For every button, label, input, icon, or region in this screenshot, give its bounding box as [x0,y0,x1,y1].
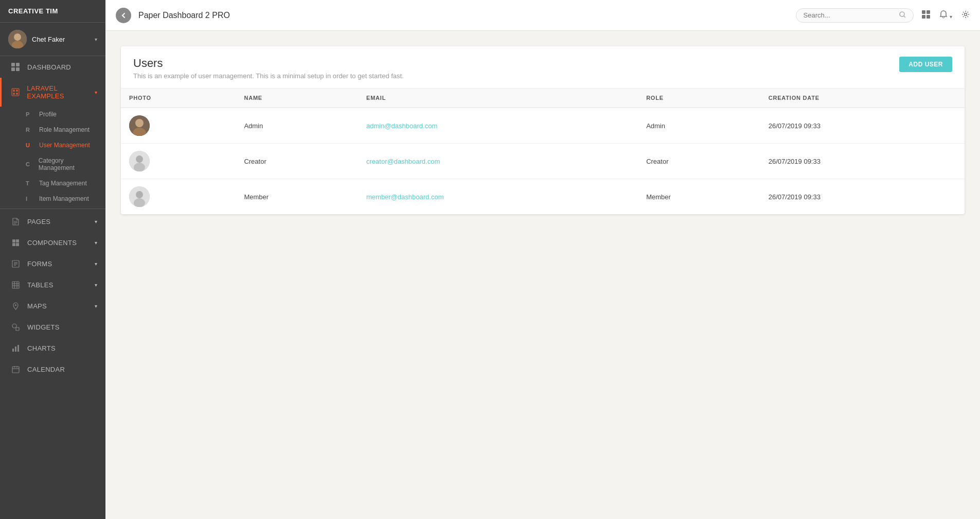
sidebar-subitem-item-management[interactable]: I Item Management [0,191,105,206]
col-name: NAME [236,89,358,108]
forms-icon [10,260,21,268]
page-title: Paper Dashboard 2 PRO [138,11,796,20]
users-table: PHOTO NAME EMAIL ROLE CREATION DATE Admi… [121,88,965,214]
add-user-button[interactable]: ADD USER [899,57,952,72]
pages-label: PAGES [27,218,50,226]
sidebar-subitem-profile[interactable]: P Profile [0,107,105,122]
pages-icon [10,218,21,226]
user-avatar [129,186,150,207]
components-caret-icon: ▾ [95,240,97,246]
svg-rect-5 [11,67,15,71]
cell-photo [121,108,236,144]
col-email: EMAIL [358,89,638,108]
dashboard-label: DASHBOARD [27,63,71,71]
svg-rect-31 [12,349,14,352]
role-management-label: Role Management [39,126,90,133]
sidebar-item-widgets[interactable]: WIDGETS [0,317,105,338]
calendar-label: CALENDAR [27,366,65,373]
svg-rect-30 [16,327,19,331]
table-header-row: PHOTO NAME EMAIL ROLE CREATION DATE [121,89,965,108]
user-avatar [129,115,150,136]
header: Paper Dashboard 2 PRO [105,0,980,31]
pages-caret-icon: ▾ [95,219,97,224]
maps-label: MAPS [27,302,47,310]
svg-rect-8 [13,90,15,92]
svg-rect-15 [12,239,15,243]
svg-rect-34 [12,367,19,373]
svg-point-38 [900,12,904,16]
calendar-icon [10,366,21,373]
category-management-label: Category Management [39,157,97,171]
email-link[interactable]: creator@dashboard.com [366,158,440,165]
cell-creation-date: 26/07/2019 09:33 [760,144,965,179]
search-box[interactable] [796,8,914,23]
sidebar-item-pages[interactable]: PAGES ▾ [0,211,105,232]
brand-name: CREATIVE TIM [0,0,105,23]
charts-icon [10,344,21,352]
user-profile[interactable]: Chet Faker ▾ [0,23,105,56]
sidebar-subitem-user-management[interactable]: U User Management [0,137,105,153]
svg-point-49 [136,155,143,163]
maps-caret-icon: ▾ [95,303,97,309]
table-row: Membermember@dashboard.comMember26/07/20… [121,179,965,215]
svg-point-52 [136,191,143,198]
search-input[interactable] [804,11,896,19]
widgets-label: WIDGETS [27,323,60,331]
svg-point-44 [965,13,967,15]
cell-role: Member [638,179,760,215]
cell-creation-date: 26/07/2019 09:33 [760,179,965,215]
cell-email[interactable]: member@dashboard.com [358,179,638,215]
svg-rect-42 [922,15,925,19]
sidebar-item-maps[interactable]: MAPS ▾ [0,296,105,317]
cell-role: Admin [638,108,760,144]
svg-point-46 [135,119,144,127]
sidebar-item-calendar[interactable]: CALENDAR [0,359,105,380]
widgets-icon [10,323,21,331]
user-management-label: User Management [39,142,90,149]
forms-caret-icon: ▾ [95,261,97,267]
cell-email[interactable]: creator@dashboard.com [358,144,638,179]
sidebar-item-dashboard[interactable]: DASHBOARD [0,56,105,78]
sidebar-subitem-category-management[interactable]: C Category Management [0,153,105,176]
svg-rect-3 [11,63,15,66]
card-subtitle: This is an example of user management. T… [133,72,404,80]
svg-rect-10 [13,93,15,95]
svg-rect-6 [16,67,20,71]
cell-photo [121,144,236,179]
sidebar-item-components[interactable]: COMPONENTS ▾ [0,232,105,253]
tag-management-label: Tag Management [39,180,87,187]
svg-rect-33 [17,345,19,352]
svg-point-1 [14,33,21,41]
svg-rect-16 [16,239,19,243]
sidebar: CREATIVE TIM Chet Faker ▾ DASHBOARD [0,0,105,519]
col-role: ROLE [638,89,760,108]
sidebar-item-tables[interactable]: TABLES ▾ [0,274,105,296]
svg-line-39 [904,16,905,18]
charts-label: CHARTS [27,344,56,352]
email-link[interactable]: member@dashboard.com [366,193,443,201]
item-management-label: Item Management [39,195,89,202]
sidebar-toggle-button[interactable] [116,8,131,23]
components-icon [10,239,21,247]
laravel-examples-label: LARAVEL EXAMPLES [27,84,94,100]
cell-name: Member [236,179,358,215]
forms-label: FORMS [27,260,52,268]
col-creation-date: CREATION DATE [760,89,965,108]
laravel-icon [10,88,21,96]
sidebar-subitem-tag-management[interactable]: T Tag Management [0,176,105,191]
components-label: COMPONENTS [27,239,77,247]
header-icons: ▾ [922,10,970,21]
settings-icon[interactable] [961,10,970,21]
sidebar-item-forms[interactable]: FORMS ▾ [0,253,105,274]
svg-rect-41 [926,10,930,14]
svg-rect-17 [12,243,15,246]
cell-email[interactable]: admin@dashboard.com [358,108,638,144]
sidebar-item-charts[interactable]: CHARTS [0,338,105,359]
notification-icon[interactable]: ▾ [939,10,952,21]
user-name: Chet Faker [32,36,95,43]
sidebar-subitem-role-management[interactable]: R Role Management [0,122,105,137]
email-link[interactable]: admin@dashboard.com [366,122,437,130]
cell-creation-date: 26/07/2019 09:33 [760,108,965,144]
sidebar-item-laravel-examples[interactable]: LARAVEL EXAMPLES ▾ [0,78,105,107]
grid-icon[interactable] [922,10,930,21]
